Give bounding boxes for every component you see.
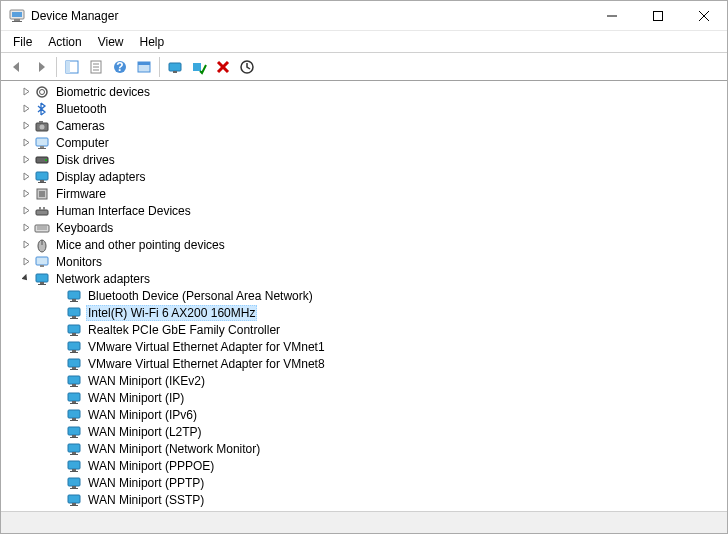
network-icon	[66, 441, 82, 457]
forward-button[interactable]	[30, 56, 52, 78]
disable-device-button[interactable]	[188, 56, 210, 78]
svg-rect-75	[70, 420, 78, 421]
svg-point-25	[40, 89, 45, 94]
expander-closed-icon[interactable]	[20, 239, 32, 251]
expander-closed-icon[interactable]	[20, 188, 32, 200]
expander-none	[52, 477, 64, 489]
device-category[interactable]: Disk drives	[2, 151, 726, 168]
network-icon	[66, 356, 82, 372]
expander-closed-icon[interactable]	[20, 154, 32, 166]
expander-closed-icon[interactable]	[20, 120, 32, 132]
expander-closed-icon[interactable]	[20, 171, 32, 183]
menu-view[interactable]: View	[90, 33, 132, 51]
device-category[interactable]: Cameras	[2, 117, 726, 134]
expander-closed-icon[interactable]	[20, 256, 32, 268]
svg-rect-40	[39, 207, 41, 210]
device-item[interactable]: VMware Virtual Ethernet Adapter for VMne…	[2, 338, 726, 355]
svg-rect-77	[72, 435, 76, 437]
network-icon	[66, 373, 82, 389]
svg-rect-83	[72, 469, 76, 471]
svg-rect-59	[72, 333, 76, 335]
device-label: Intel(R) Wi-Fi 6 AX200 160MHz	[86, 305, 257, 321]
svg-rect-52	[68, 291, 80, 299]
device-item[interactable]: Intel(R) Wi-Fi 6 AX200 160MHz	[2, 304, 726, 321]
other-icon: !	[34, 509, 50, 512]
expander-closed-icon[interactable]	[20, 86, 32, 98]
device-category[interactable]: Mice and other pointing devices	[2, 236, 726, 253]
toolbar: ?	[1, 53, 727, 81]
toolbar-view-button[interactable]	[133, 56, 155, 78]
svg-text:?: ?	[116, 60, 123, 74]
svg-rect-9	[66, 61, 70, 73]
monitor-icon	[34, 254, 50, 270]
device-category[interactable]: !Other devices	[2, 508, 726, 511]
update-driver-button[interactable]	[164, 56, 186, 78]
properties-button[interactable]	[85, 56, 107, 78]
back-button[interactable]	[6, 56, 28, 78]
device-category[interactable]: Computer	[2, 134, 726, 151]
device-category[interactable]: Keyboards	[2, 219, 726, 236]
device-category[interactable]: Display adapters	[2, 168, 726, 185]
svg-rect-1	[12, 12, 22, 17]
device-category[interactable]: Firmware	[2, 185, 726, 202]
svg-rect-78	[70, 437, 78, 438]
svg-rect-88	[68, 495, 80, 503]
device-item[interactable]: WAN Miniport (L2TP)	[2, 423, 726, 440]
expander-closed-icon[interactable]	[20, 511, 32, 512]
category-label: Cameras	[54, 119, 107, 133]
network-icon	[66, 407, 82, 423]
device-item[interactable]: WAN Miniport (PPTP)	[2, 474, 726, 491]
app-icon	[9, 8, 25, 24]
expander-none	[52, 409, 64, 421]
network-icon	[66, 305, 82, 321]
device-category[interactable]: Biometric devices	[2, 83, 726, 100]
device-item[interactable]: VMware Virtual Ethernet Adapter for VMne…	[2, 355, 726, 372]
device-tree[interactable]: Biometric devicesBluetoothCamerasCompute…	[1, 81, 727, 511]
svg-rect-76	[68, 427, 80, 435]
svg-point-33	[45, 159, 47, 161]
device-category[interactable]: Human Interface Devices	[2, 202, 726, 219]
device-item[interactable]: WAN Miniport (IKEv2)	[2, 372, 726, 389]
expander-closed-icon[interactable]	[20, 103, 32, 115]
expander-closed-icon[interactable]	[20, 222, 32, 234]
menu-file[interactable]: File	[5, 33, 40, 51]
svg-rect-50	[40, 282, 44, 284]
category-label: Other devices	[54, 510, 132, 512]
minimize-button[interactable]	[589, 1, 635, 31]
svg-rect-30	[40, 146, 44, 148]
close-button[interactable]	[681, 1, 727, 31]
help-button[interactable]: ?	[109, 56, 131, 78]
scan-hardware-button[interactable]	[236, 56, 258, 78]
device-item[interactable]: Bluetooth Device (Personal Area Network)	[2, 287, 726, 304]
svg-rect-57	[70, 318, 78, 319]
device-item[interactable]: WAN Miniport (SSTP)	[2, 491, 726, 508]
expander-closed-icon[interactable]	[20, 205, 32, 217]
svg-rect-2	[14, 19, 20, 21]
device-item[interactable]: WAN Miniport (PPPOE)	[2, 457, 726, 474]
svg-rect-70	[68, 393, 80, 401]
network-icon	[66, 458, 82, 474]
device-item[interactable]: WAN Miniport (Network Monitor)	[2, 440, 726, 457]
menu-action[interactable]: Action	[40, 33, 89, 51]
maximize-button[interactable]	[635, 1, 681, 31]
disk-icon	[34, 152, 50, 168]
svg-rect-48	[40, 265, 44, 267]
show-hide-console-tree-button[interactable]	[61, 56, 83, 78]
uninstall-device-button[interactable]	[212, 56, 234, 78]
device-category[interactable]: Bluetooth	[2, 100, 726, 117]
device-label: WAN Miniport (SSTP)	[86, 493, 206, 507]
device-label: Realtek PCIe GbE Family Controller	[86, 323, 282, 337]
device-item[interactable]: WAN Miniport (IP)	[2, 389, 726, 406]
camera-icon	[34, 118, 50, 134]
device-category[interactable]: Network adapters	[2, 270, 726, 287]
category-label: Display adapters	[54, 170, 147, 184]
expander-open-icon[interactable]	[20, 273, 32, 285]
svg-rect-79	[68, 444, 80, 452]
expander-closed-icon[interactable]	[20, 137, 32, 149]
device-item[interactable]: WAN Miniport (IPv6)	[2, 406, 726, 423]
menu-help[interactable]: Help	[132, 33, 173, 51]
device-category[interactable]: Monitors	[2, 253, 726, 270]
device-item[interactable]: Realtek PCIe GbE Family Controller	[2, 321, 726, 338]
svg-rect-89	[72, 503, 76, 505]
network-icon	[66, 339, 82, 355]
